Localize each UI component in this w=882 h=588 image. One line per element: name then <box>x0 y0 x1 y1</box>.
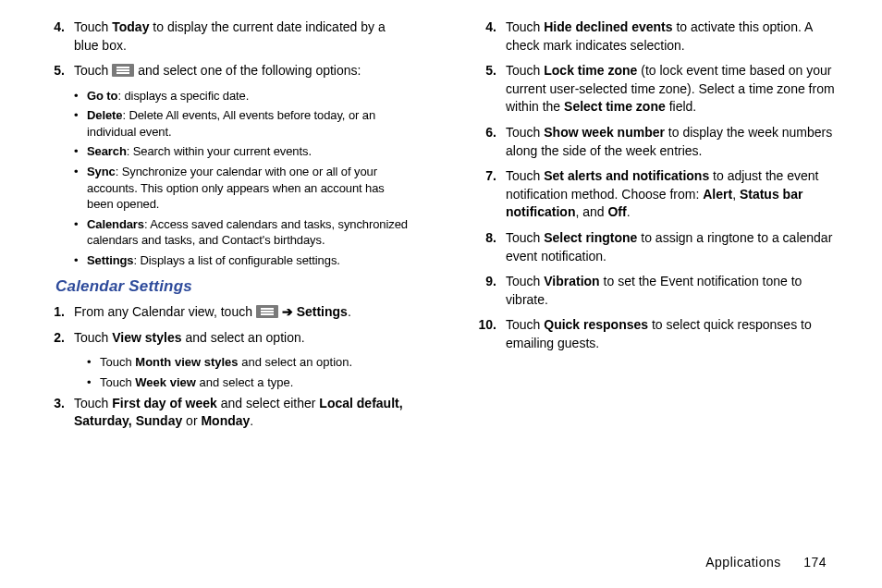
numbered-step: 5.Touch Lock time zone (to lock event ti… <box>469 62 845 116</box>
bullet-mark: • <box>87 374 100 391</box>
numbered-step: 8.Touch Select ringtone to assign a ring… <box>469 229 845 265</box>
numbered-step: 1.From any Calendar view, touch ➔ Settin… <box>37 303 413 322</box>
page-footer: Applications 174 <box>705 555 827 570</box>
step-number: 5. <box>469 62 506 116</box>
right-column: 4.Touch Hide declined events to activate… <box>459 18 854 438</box>
step-text: Touch First day of week and select eithe… <box>74 395 413 431</box>
step-text: Touch Show week number to display the we… <box>506 124 845 160</box>
bullet: •Sync: Synchronize your calendar with on… <box>37 164 413 213</box>
bullet-mark: • <box>74 164 87 213</box>
numbered-step: 7.Touch Set alerts and notifications to … <box>469 167 845 222</box>
bullet-mark: • <box>74 216 87 249</box>
step-number: 3. <box>37 395 74 431</box>
numbered-step: 4.Touch Today to display the current dat… <box>37 18 413 55</box>
menu-icon <box>256 305 278 318</box>
numbered-step: 5.Touch and select one of the following … <box>37 62 413 80</box>
bullet-text: Sync: Synchronize your calendar with one… <box>87 164 413 213</box>
bullet: •Calendars: Access saved calendars and t… <box>37 216 413 249</box>
step-text: Touch Vibration to set the Event notific… <box>506 273 845 309</box>
bullet-mark: • <box>74 143 87 160</box>
step-number: 5. <box>37 62 74 80</box>
sub-bullet: •Touch Week view and select a type. <box>37 374 413 391</box>
step-number: 2. <box>37 329 74 348</box>
step-number: 4. <box>469 18 506 55</box>
bullet-text: Touch Week view and select a type. <box>100 374 413 391</box>
footer-section: Applications <box>705 555 781 570</box>
numbered-step: 3.Touch First day of week and select eit… <box>37 395 413 431</box>
bullet-mark: • <box>74 88 87 104</box>
bullet-text: Touch Month view styles and select an op… <box>100 354 413 371</box>
footer-page-number: 174 <box>803 555 827 570</box>
numbered-step: 9.Touch Vibration to set the Event notif… <box>469 273 845 309</box>
numbered-step: 10.Touch Quick responses to select quick… <box>469 316 845 352</box>
step-text: Touch Quick responses to select quick re… <box>506 316 845 352</box>
bullet: •Delete: Delete All events, All events b… <box>37 107 413 140</box>
bullet: •Search: Search within your current even… <box>37 143 413 160</box>
section-heading-calendar-settings: Calendar Settings <box>55 277 413 296</box>
step-text: From any Calendar view, touch ➔ Settings… <box>74 303 413 322</box>
numbered-step: 2.Touch View styles and select an option… <box>37 329 413 348</box>
bullet: •Settings: Displays a list of configurab… <box>37 252 413 269</box>
left-column: 4.Touch Today to display the current dat… <box>28 18 423 438</box>
step-text: Touch Today to display the current date … <box>74 18 413 55</box>
bullet-text: Search: Search within your current event… <box>87 143 413 160</box>
numbered-step: 4.Touch Hide declined events to activate… <box>469 18 845 55</box>
arrow-icon: ➔ <box>282 304 293 319</box>
step-number: 1. <box>37 303 74 322</box>
menu-icon <box>112 64 134 77</box>
step-text: Touch Set alerts and notifications to ad… <box>506 167 845 222</box>
bullet-text: Settings: Displays a list of configurabl… <box>87 252 413 269</box>
step-number: 6. <box>469 124 506 160</box>
bullet: •Go to: displays a specific date. <box>37 88 413 104</box>
numbered-step: 6.Touch Show week number to display the … <box>469 124 845 160</box>
step-number: 9. <box>469 273 506 309</box>
step-text: Touch View styles and select an option. <box>74 329 413 348</box>
step-number: 8. <box>469 229 506 265</box>
step-number: 7. <box>469 167 506 222</box>
step-number: 4. <box>37 18 74 55</box>
bullet-text: Go to: displays a specific date. <box>87 88 413 104</box>
step-text: Touch Hide declined events to activate t… <box>506 18 845 55</box>
step-number: 10. <box>469 316 506 352</box>
step-text: Touch Select ringtone to assign a ringto… <box>506 229 845 265</box>
step-text: Touch Lock time zone (to lock event time… <box>506 62 845 116</box>
bullet-text: Calendars: Access saved calendars and ta… <box>87 216 413 249</box>
bullet-mark: • <box>74 107 87 140</box>
bullet-mark: • <box>74 252 87 269</box>
step-text: Touch and select one of the following op… <box>74 62 413 80</box>
bullet-mark: • <box>87 354 100 371</box>
bullet-text: Delete: Delete All events, All events be… <box>87 107 413 140</box>
page-body: 4.Touch Today to display the current dat… <box>0 0 882 438</box>
sub-bullet: •Touch Month view styles and select an o… <box>37 354 413 371</box>
